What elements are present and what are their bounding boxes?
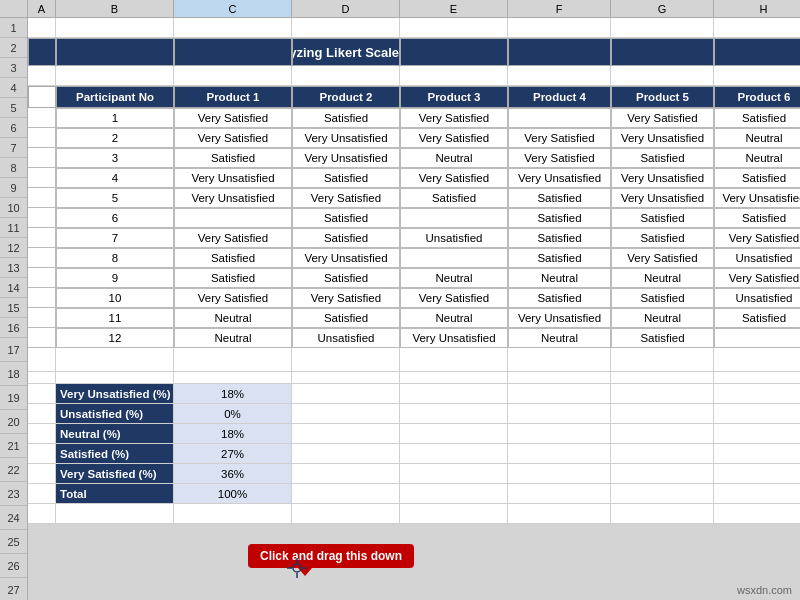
cell-f11[interactable]: Satisfied	[508, 228, 611, 248]
cell-c3[interactable]	[174, 66, 292, 86]
cell-c1[interactable]	[174, 18, 292, 38]
cell-a2[interactable]	[28, 38, 56, 66]
cell-a35[interactable]	[28, 504, 56, 524]
header-product2[interactable]: Product 2	[292, 86, 400, 108]
cell-f3[interactable]	[508, 66, 611, 86]
cell-b10[interactable]: 6	[56, 208, 174, 228]
cell-b28[interactable]	[56, 372, 174, 384]
cell-g7[interactable]: Satisfied	[611, 148, 714, 168]
cell-e31[interactable]	[400, 424, 508, 444]
cell-f29[interactable]	[508, 384, 611, 404]
row-num-19[interactable]: 19	[0, 386, 27, 410]
cell-d1[interactable]	[292, 18, 400, 38]
cell-h15[interactable]: Satisfied	[714, 308, 800, 328]
row-num-16[interactable]: 16	[0, 318, 27, 338]
cell-b13[interactable]: 9	[56, 268, 174, 288]
cell-d9[interactable]: Very Satisfied	[292, 188, 400, 208]
cell-e2[interactable]	[400, 38, 508, 66]
cell-d11[interactable]: Satisfied	[292, 228, 400, 248]
cell-g31[interactable]	[611, 424, 714, 444]
cell-a4[interactable]	[28, 86, 56, 108]
cell-b17[interactable]	[56, 348, 174, 372]
cell-b7[interactable]: 3	[56, 148, 174, 168]
cell-a31[interactable]	[28, 424, 56, 444]
row-num-14[interactable]: 14	[0, 278, 27, 298]
cell-e30[interactable]	[400, 404, 508, 424]
row-num-21[interactable]: 21	[0, 434, 27, 458]
cell-e15[interactable]: Neutral	[400, 308, 508, 328]
row-num-11[interactable]: 11	[0, 218, 27, 238]
cell-f28[interactable]	[508, 372, 611, 384]
summary-value-4[interactable]: 36%	[174, 464, 292, 484]
cell-f16[interactable]: Neutral	[508, 328, 611, 348]
cell-b14[interactable]: 10	[56, 288, 174, 308]
cell-d17[interactable]	[292, 348, 400, 372]
cell-a6[interactable]	[28, 128, 56, 148]
summary-total-value[interactable]: 100%	[174, 484, 292, 504]
cell-e5[interactable]: Very Satisfied	[400, 108, 508, 128]
row-num-2[interactable]: 2	[0, 38, 27, 58]
header-participant[interactable]: Participant No	[56, 86, 174, 108]
cell-c9[interactable]: Very Unsatisfied	[174, 188, 292, 208]
cell-a34[interactable]	[28, 484, 56, 504]
cell-e34[interactable]	[400, 484, 508, 504]
cell-f14[interactable]: Satisfied	[508, 288, 611, 308]
cell-h9[interactable]: Very Unsatisfied	[714, 188, 800, 208]
row-num-1[interactable]: 1	[0, 18, 27, 38]
cell-f8[interactable]: Very Unsatisfied	[508, 168, 611, 188]
cell-g9[interactable]: Very Unsatisfied	[611, 188, 714, 208]
cell-d33[interactable]	[292, 464, 400, 484]
summary-label-0[interactable]: Very Unsatisfied (%)	[56, 384, 174, 404]
cell-f34[interactable]	[508, 484, 611, 504]
cell-h2[interactable]	[714, 38, 800, 66]
row-num-18[interactable]: 18	[0, 362, 27, 386]
header-product5[interactable]: Product 5	[611, 86, 714, 108]
cell-a28[interactable]	[28, 372, 56, 384]
cell-h34[interactable]	[714, 484, 800, 504]
cell-c11[interactable]: Very Satisfied	[174, 228, 292, 248]
summary-value-2[interactable]: 18%	[174, 424, 292, 444]
cell-d12[interactable]: Very Unsatisfied	[292, 248, 400, 268]
cell-g32[interactable]	[611, 444, 714, 464]
col-header-g[interactable]: G	[611, 0, 714, 18]
cell-c6[interactable]: Very Satisfied	[174, 128, 292, 148]
cell-e8[interactable]: Very Satisfied	[400, 168, 508, 188]
row-num-13[interactable]: 13	[0, 258, 27, 278]
cell-e14[interactable]: Very Satisfied	[400, 288, 508, 308]
cell-a33[interactable]	[28, 464, 56, 484]
cell-a16[interactable]	[28, 328, 56, 348]
header-product6[interactable]: Product 6	[714, 86, 800, 108]
cell-c13[interactable]: Satisfied	[174, 268, 292, 288]
col-header-f[interactable]: F	[508, 0, 611, 18]
cell-g28[interactable]	[611, 372, 714, 384]
cell-a30[interactable]	[28, 404, 56, 424]
cell-h7[interactable]: Neutral	[714, 148, 800, 168]
cell-a14[interactable]	[28, 288, 56, 308]
summary-label-4[interactable]: Very Satisfied (%)	[56, 464, 174, 484]
cell-b5[interactable]: 1	[56, 108, 174, 128]
cell-e11[interactable]: Unsatisfied	[400, 228, 508, 248]
cell-h35[interactable]	[714, 504, 800, 524]
summary-label-3[interactable]: Satisfied (%)	[56, 444, 174, 464]
cell-h1[interactable]	[714, 18, 800, 38]
cell-b9[interactable]: 5	[56, 188, 174, 208]
cell-d6[interactable]: Very Unsatisfied	[292, 128, 400, 148]
cell-a29[interactable]	[28, 384, 56, 404]
cell-g10[interactable]: Satisfied	[611, 208, 714, 228]
cell-g12[interactable]: Very Satisfied	[611, 248, 714, 268]
cell-b12[interactable]: 8	[56, 248, 174, 268]
cell-h5[interactable]: Satisfied	[714, 108, 800, 128]
cell-d14[interactable]: Very Satisfied	[292, 288, 400, 308]
cell-a7[interactable]	[28, 148, 56, 168]
cell-d8[interactable]: Satisfied	[292, 168, 400, 188]
row-num-23[interactable]: 23	[0, 482, 27, 506]
row-num-7[interactable]: 7	[0, 138, 27, 158]
cell-a13[interactable]	[28, 268, 56, 288]
cell-g3[interactable]	[611, 66, 714, 86]
cell-h12[interactable]: Unsatisfied	[714, 248, 800, 268]
cell-h6[interactable]: Neutral	[714, 128, 800, 148]
cell-h29[interactable]	[714, 384, 800, 404]
row-num-3[interactable]: 3	[0, 58, 27, 78]
cell-e16[interactable]: Very Unsatisfied	[400, 328, 508, 348]
fill-handle-cursor[interactable]	[287, 558, 307, 582]
